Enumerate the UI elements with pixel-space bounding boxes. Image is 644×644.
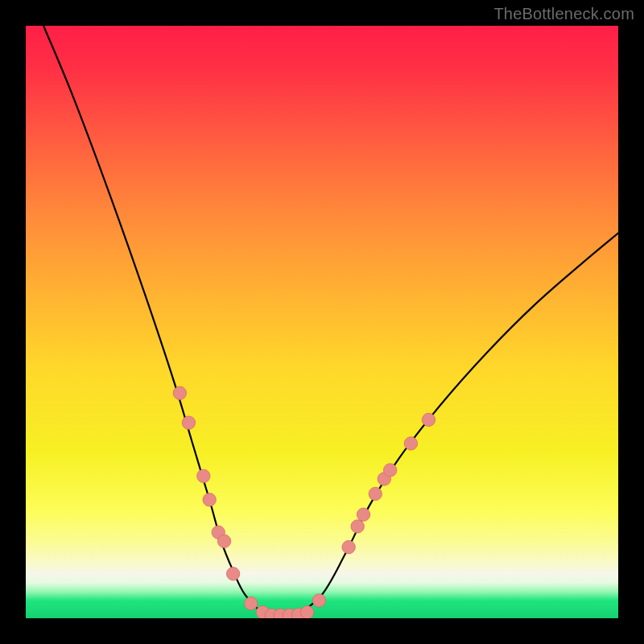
curve-marker [342,540,355,553]
chart-frame: TheBottleneck.com [0,0,644,644]
curve-marker [404,437,417,450]
curve-marker [383,464,396,477]
curve-marker [182,416,195,429]
curve-marker [351,520,364,533]
plot-area [26,26,618,618]
watermark-label: TheBottleneck.com [493,5,634,23]
curve-marker [422,413,435,426]
curve-marker [217,535,230,547]
curve-marker [244,597,257,609]
bottleneck-curve [43,26,618,615]
curve-marker [312,594,325,607]
curve-marker [226,568,239,580]
bottleneck-curve-svg [26,26,618,618]
curve-marker [300,605,313,618]
curve-marker [197,469,210,482]
curve-marker [357,508,369,521]
curve-marker [369,487,382,500]
curve-marker [173,386,186,399]
curve-markers [173,386,436,618]
curve-marker [203,493,216,506]
